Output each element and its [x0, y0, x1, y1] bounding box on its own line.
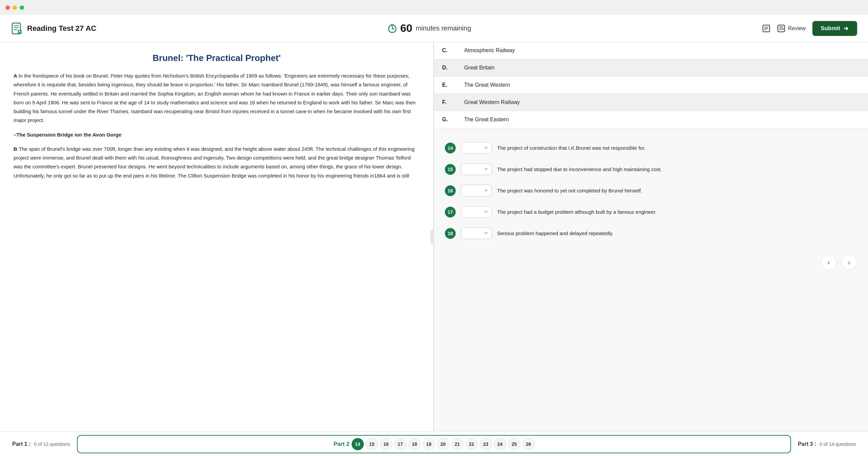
question-item: 18ABCDEFGSerious problem happened and de… [445, 227, 857, 239]
subheading-suspension-bridge: –The Suspension Bridge ion the Avon Gorg… [14, 130, 420, 139]
question-text: The project had stopped due to inconveni… [497, 163, 857, 173]
maximize-button[interactable] [20, 5, 24, 10]
footer-question-18-button[interactable]: 18 [409, 438, 421, 450]
review-icon [777, 24, 785, 33]
question-select-wrapper: ABCDEFG [461, 206, 492, 218]
footer-question-24-button[interactable]: 24 [494, 438, 506, 450]
option-text: Atmospheric Railway [456, 42, 868, 59]
minimize-button[interactable] [13, 5, 17, 10]
passage-panel: Brunel: 'The Practical Prophet' A In the… [0, 42, 434, 432]
question-text: The project had a budget problem althoug… [497, 206, 857, 216]
paragraph-a-text: In the frontispiece of his book on Brune… [14, 73, 416, 123]
timer-icon [388, 24, 397, 33]
paragraph-b-label: B [14, 146, 19, 152]
submit-button[interactable]: Submit [812, 21, 857, 36]
main-content: Brunel: 'The Practical Prophet' A In the… [0, 42, 868, 432]
footer-question-21-button[interactable]: 21 [451, 438, 463, 450]
option-text: The Great Western [456, 77, 868, 94]
question-nav-group: 14151617181920212223242526 [352, 438, 535, 450]
notes-icon [762, 24, 770, 33]
option-text: Great Britain [456, 59, 868, 77]
question-item: 15ABCDEFGThe project had stopped due to … [445, 163, 857, 175]
question-text: Serious problem happened and delayed rep… [497, 227, 857, 237]
header-left: Reading Test 27 AC [11, 22, 96, 35]
question-number-badge: 14 [445, 143, 456, 153]
option-row: F.Great Western Railway [434, 94, 868, 111]
titlebar [0, 0, 868, 15]
question-number-badge: 16 [445, 185, 456, 196]
footer-question-26-button[interactable]: 26 [522, 438, 535, 450]
question-text: The project was honored to yet not compl… [497, 185, 857, 195]
question-number-badge: 18 [445, 228, 456, 239]
page-title: Reading Test 27 AC [27, 24, 96, 33]
footer-part1: Part 1 : 0 of 13 questions [5, 432, 77, 456]
question-16-select[interactable]: ABCDEFG [461, 185, 492, 196]
nav-buttons: ‹ › [434, 254, 868, 276]
options-table: C.Atmospheric RailwayD.Great BritainE.Th… [434, 42, 868, 128]
passage-title: Brunel: 'The Practical Prophet' [14, 53, 420, 63]
submit-arrow-icon [843, 25, 849, 32]
questions-panel: C.Atmospheric RailwayD.Great BritainE.Th… [434, 42, 868, 432]
header-right: Review Submit [762, 21, 857, 36]
question-17-select[interactable]: ABCDEFG [461, 206, 492, 218]
part3-label: Part 3 : [798, 441, 816, 447]
option-letter: F. [434, 94, 456, 111]
paragraph-b-text: The span of Brunel's bridge was over 700… [14, 146, 415, 179]
question-item: 17ABCDEFGThe project had a budget proble… [445, 206, 857, 218]
divider-arrows-icon [433, 233, 434, 240]
question-select-wrapper: ABCDEFG [461, 163, 492, 175]
footer-question-25-button[interactable]: 25 [508, 438, 520, 450]
notes-button[interactable] [762, 24, 770, 33]
panel-divider[interactable] [431, 230, 434, 244]
footer: Part 1 : 0 of 13 questions Part 2 141516… [0, 432, 868, 456]
option-letter: G. [434, 111, 456, 128]
question-select-wrapper: ABCDEFG [461, 185, 492, 196]
question-select-wrapper: ABCDEFG [461, 227, 492, 239]
header: Reading Test 27 AC 60 minutes remaining [0, 15, 868, 42]
footer-question-19-button[interactable]: 19 [423, 438, 435, 450]
part1-label: Part 1 : [12, 441, 31, 447]
question-number-badge: 15 [445, 164, 456, 175]
document-icon [11, 22, 23, 35]
timer-minutes: 60 [400, 22, 413, 35]
option-letter: D. [434, 59, 456, 77]
question-14-select[interactable]: ABCDEFG [461, 142, 492, 154]
question-text: The project of construction that I.K.Bru… [497, 142, 857, 152]
option-row: E.The Great Western [434, 77, 868, 94]
part1-count: 0 of 13 questions [34, 441, 70, 447]
close-button[interactable] [5, 5, 10, 10]
question-15-select[interactable]: ABCDEFG [461, 163, 492, 175]
timer-section: 60 minutes remaining [388, 22, 471, 35]
passage-text: A In the frontispiece of his book on Bru… [14, 71, 420, 180]
next-question-button[interactable]: › [841, 254, 857, 270]
part3-count: 0 of 14 questions [820, 441, 856, 447]
paragraph-b: B The span of Brunel's bridge was over 7… [14, 145, 420, 180]
footer-part2: Part 2 14151617181920212223242526 [77, 435, 791, 453]
questions-list: 14ABCDEFGThe project of construction tha… [434, 137, 868, 254]
footer-question-16-button[interactable]: 16 [380, 438, 392, 450]
footer-question-14-button[interactable]: 14 [352, 438, 364, 450]
option-text: Great Western Railway [456, 94, 868, 111]
footer-question-20-button[interactable]: 20 [437, 438, 449, 450]
question-item: 16ABCDEFGThe project was honored to yet … [445, 185, 857, 196]
footer-question-17-button[interactable]: 17 [394, 438, 407, 450]
option-letter: C. [434, 42, 456, 59]
option-row: C.Atmospheric Railway [434, 42, 868, 59]
footer-part3: Part 3 : 0 of 14 questions [791, 441, 863, 447]
part2-label: Part 2 [333, 441, 349, 448]
review-label: Review [788, 25, 806, 32]
footer-question-22-button[interactable]: 22 [466, 438, 478, 450]
submit-label: Submit [821, 25, 840, 32]
question-18-select[interactable]: ABCDEFG [461, 227, 492, 239]
footer-question-23-button[interactable]: 23 [480, 438, 492, 450]
footer-question-15-button[interactable]: 15 [366, 438, 378, 450]
timer-label: minutes remaining [416, 24, 471, 32]
question-number-badge: 17 [445, 207, 456, 217]
review-button[interactable]: Review [777, 24, 806, 33]
option-letter: E. [434, 77, 456, 94]
paragraph-a: A In the frontispiece of his book on Bru… [14, 71, 420, 125]
prev-question-button[interactable]: ‹ [821, 254, 837, 270]
paragraph-a-label: A [14, 73, 18, 79]
option-row: G.The Great Eastern [434, 111, 868, 128]
option-row: D.Great Britain [434, 59, 868, 77]
